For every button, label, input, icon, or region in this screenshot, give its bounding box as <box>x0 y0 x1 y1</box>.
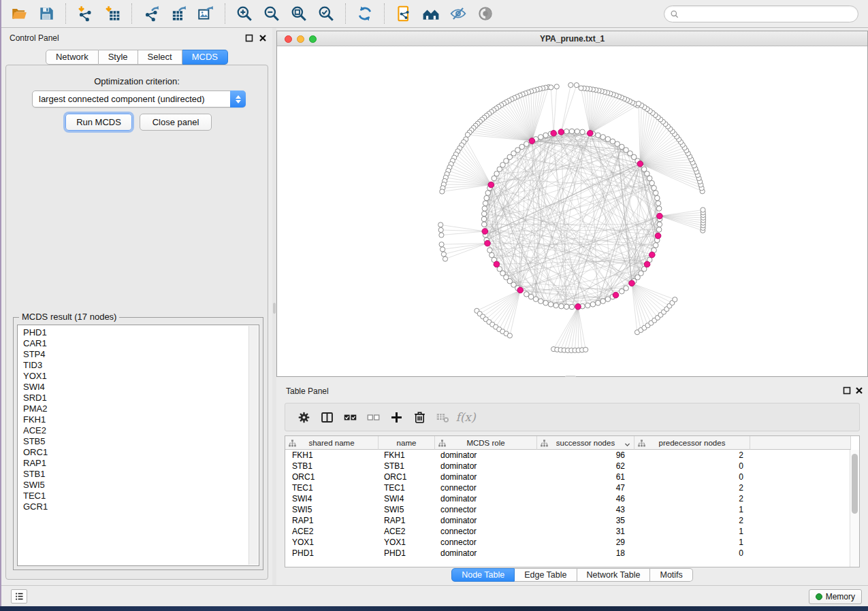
network-node[interactable] <box>649 180 655 186</box>
network-hub-node[interactable] <box>588 131 594 137</box>
mcds-result-item[interactable]: SWI5 <box>18 480 259 491</box>
network-node[interactable] <box>484 195 489 201</box>
network-hub-node[interactable] <box>529 138 535 144</box>
network-window-titlebar[interactable]: YPA_prune.txt_1 <box>277 31 867 46</box>
close-panel-button[interactable]: Close panel <box>140 114 212 131</box>
network-edge[interactable] <box>453 161 492 184</box>
zoom-fit-button[interactable] <box>285 2 312 25</box>
network-node[interactable] <box>605 137 611 142</box>
export-network-button[interactable] <box>138 2 165 25</box>
network-hub-node[interactable] <box>517 287 524 293</box>
network-satellite-node[interactable] <box>583 347 588 352</box>
network-node[interactable] <box>656 206 662 212</box>
table-row[interactable]: PHD1PHD1dominator180 <box>285 548 750 559</box>
table-cell[interactable]: RAP1 <box>379 515 435 526</box>
network-edge[interactable] <box>584 88 590 133</box>
table-cell[interactable]: PHD1 <box>285 548 379 559</box>
tab-node-table[interactable]: Node Table <box>451 568 515 582</box>
import-table-button[interactable] <box>99 2 126 25</box>
network-satellite-node[interactable] <box>568 82 573 87</box>
table-cell[interactable]: ORC1 <box>379 472 435 482</box>
mcds-result-item[interactable]: STB5 <box>18 436 259 447</box>
mcds-list-scrollbar[interactable] <box>248 326 258 565</box>
network-node[interactable] <box>489 252 495 258</box>
network-node[interactable] <box>596 300 601 306</box>
table-cell[interactable]: 46 <box>537 493 634 504</box>
network-hub-node[interactable] <box>657 213 663 219</box>
network-hub-node[interactable] <box>494 261 500 267</box>
refresh-network-button[interactable] <box>351 2 379 25</box>
network-hub-node[interactable] <box>637 161 643 167</box>
network-node[interactable] <box>656 201 661 206</box>
memory-button[interactable]: Memory <box>809 589 862 604</box>
network-hub-node[interactable] <box>575 303 581 310</box>
network-node[interactable] <box>600 135 606 140</box>
tab-select[interactable]: Select <box>138 50 182 65</box>
table-cell[interactable]: YOX1 <box>285 537 379 548</box>
network-edge[interactable] <box>572 147 622 307</box>
mcds-result-item[interactable]: SRD1 <box>18 393 259 403</box>
network-edge[interactable] <box>442 185 491 192</box>
network-node[interactable] <box>481 222 487 227</box>
delete-row-button[interactable] <box>408 406 431 429</box>
network-satellite-node[interactable] <box>439 242 444 247</box>
table-row[interactable]: YOX1YOX1connector291 <box>285 537 750 548</box>
network-satellite-node[interactable] <box>554 84 559 89</box>
network-edge[interactable] <box>444 184 492 185</box>
network-node[interactable] <box>539 135 544 140</box>
tab-motifs[interactable]: Motifs <box>650 568 692 582</box>
network-edge[interactable] <box>553 86 557 133</box>
mcds-result-item[interactable]: RAP1 <box>18 458 259 469</box>
tab-network-table[interactable]: Network Table <box>577 568 651 582</box>
network-node[interactable] <box>656 227 662 233</box>
network-edge[interactable] <box>496 290 520 327</box>
zoom-in-button[interactable] <box>231 2 258 25</box>
mcds-result-item[interactable]: YOX1 <box>18 371 259 382</box>
table-cell[interactable]: 96 <box>537 450 634 461</box>
column-header-successor-nodes[interactable]: successor nodes <box>537 436 634 450</box>
network-node[interactable] <box>653 243 658 248</box>
table-cell[interactable]: dominator <box>435 548 537 559</box>
network-node[interactable] <box>610 139 615 144</box>
network-node[interactable] <box>483 201 488 206</box>
network-hub-node[interactable] <box>482 229 488 235</box>
table-cell[interactable]: 35 <box>537 515 634 526</box>
table-cell[interactable]: STB1 <box>285 461 379 472</box>
network-edge[interactable] <box>477 290 520 310</box>
network-hub-node[interactable] <box>551 131 557 137</box>
network-node[interactable] <box>580 129 585 135</box>
table-cell[interactable]: connector <box>435 482 537 493</box>
network-edge[interactable] <box>444 244 487 254</box>
tab-mcds[interactable]: MCDS <box>182 50 228 65</box>
network-node[interactable] <box>600 299 606 304</box>
network-node[interactable] <box>482 206 487 212</box>
network-satellite-node[interactable] <box>574 83 579 88</box>
table-cell[interactable]: 61 <box>537 472 634 482</box>
mcds-result-item[interactable]: CAR1 <box>18 338 259 349</box>
optimization-criterion-select[interactable]: largest connected component (undirected) <box>32 90 246 108</box>
table-cell[interactable]: 0 <box>634 461 750 472</box>
save-session-button[interactable] <box>33 2 60 25</box>
new-network-from-selection-button[interactable] <box>390 2 417 25</box>
column-header-predecessor-nodes[interactable]: predecessor nodes <box>634 436 750 450</box>
mcds-result-list[interactable]: PHD1CAR1STP4TID3YOX1SWI4SRD1PMA2FKH1ACE2… <box>17 325 259 566</box>
table-row[interactable]: ORC1ORC1dominator610 <box>285 472 750 482</box>
table-cell[interactable]: 2 <box>634 515 750 526</box>
network-canvas[interactable] <box>277 46 867 376</box>
table-cell[interactable]: 29 <box>537 537 634 548</box>
network-node[interactable] <box>559 303 564 309</box>
table-row[interactable]: STB1STB1dominator620 <box>285 461 750 472</box>
table-cell[interactable]: 1 <box>634 537 750 548</box>
table-cell[interactable]: connector <box>435 504 537 515</box>
table-cell[interactable]: 0 <box>634 548 750 559</box>
table-cell[interactable]: TEC1 <box>379 482 435 493</box>
network-satellite-node[interactable] <box>440 247 445 252</box>
table-cell[interactable]: FKH1 <box>379 450 435 461</box>
table-cell[interactable]: SWI4 <box>379 493 435 504</box>
network-node[interactable] <box>585 303 591 308</box>
search-box[interactable] <box>664 5 858 22</box>
network-edge[interactable] <box>484 118 532 141</box>
table-row[interactable]: FKH1FKH1dominator962 <box>285 450 750 461</box>
network-node[interactable] <box>596 133 601 138</box>
network-node[interactable] <box>492 176 497 181</box>
